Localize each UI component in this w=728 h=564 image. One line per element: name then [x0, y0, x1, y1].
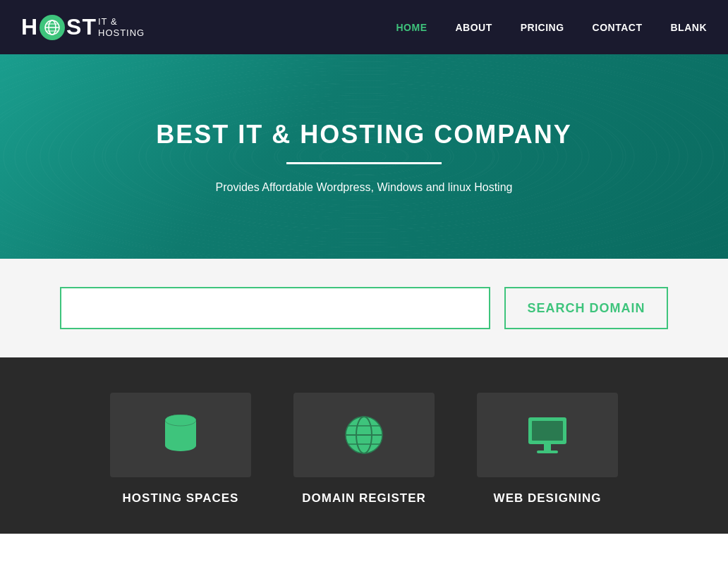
globe-icon: [339, 410, 389, 460]
navbar: H ST IT & HOSTING HOME ABOUT PRICING CON…: [0, 0, 728, 54]
nav-item-home[interactable]: HOME: [396, 21, 427, 34]
nav-link-about[interactable]: ABOUT: [455, 22, 492, 33]
hero-subtitle: Provides Affordable Wordpress, Windows a…: [216, 181, 513, 194]
hosting-spaces-label: HOSTING SPACES: [123, 491, 239, 505]
web-designing-icon-box: [477, 393, 618, 477]
monitor-icon: [523, 410, 572, 460]
domain-register-label: DOMAIN REGISTER: [302, 491, 426, 505]
hero-title: BEST IT & HOSTING COMPANY: [156, 120, 571, 149]
hero-divider: [286, 162, 442, 164]
logo-subtitle: IT & HOSTING: [98, 16, 145, 38]
svg-point-6: [165, 415, 196, 426]
search-domain-button[interactable]: SEARCH DOMAIN: [504, 287, 667, 329]
domain-register-icon-box: [293, 393, 435, 477]
web-designing-label: WEB DESIGNING: [494, 491, 602, 505]
hosting-spaces-icon-box: [110, 393, 251, 477]
nav-item-blank[interactable]: BLANK: [671, 21, 708, 34]
nav-link-pricing[interactable]: PRICING: [521, 22, 564, 33]
nav-item-about[interactable]: ABOUT: [455, 21, 492, 34]
nav-link-contact[interactable]: CONTACT: [593, 22, 643, 33]
search-section: SEARCH DOMAIN: [0, 259, 728, 357]
nav-links: HOME ABOUT PRICING CONTACT BLANK: [396, 21, 707, 34]
feature-domain-register: DOMAIN REGISTER: [293, 393, 435, 505]
feature-hosting-spaces: HOSTING SPACES: [110, 393, 251, 505]
database-icon: [156, 410, 205, 460]
nav-item-pricing[interactable]: PRICING: [521, 21, 564, 34]
svg-rect-15: [544, 444, 551, 451]
logo-text: H ST IT & HOSTING: [21, 14, 145, 40]
hero-section: BEST IT & HOSTING COMPANY Provides Affor…: [0, 54, 728, 259]
logo-area: H ST IT & HOSTING: [21, 14, 145, 40]
logo-globe-icon: [40, 15, 65, 40]
svg-rect-14: [532, 421, 563, 441]
svg-rect-16: [537, 450, 558, 453]
features-section: HOSTING SPACES DOMAIN REGISTER: [0, 357, 728, 534]
nav-link-home[interactable]: HOME: [396, 22, 427, 33]
feature-web-designing: WEB DESIGNING: [477, 393, 618, 505]
nav-item-contact[interactable]: CONTACT: [593, 21, 643, 34]
domain-search-input[interactable]: [60, 287, 490, 329]
nav-link-blank[interactable]: BLANK: [671, 22, 708, 33]
